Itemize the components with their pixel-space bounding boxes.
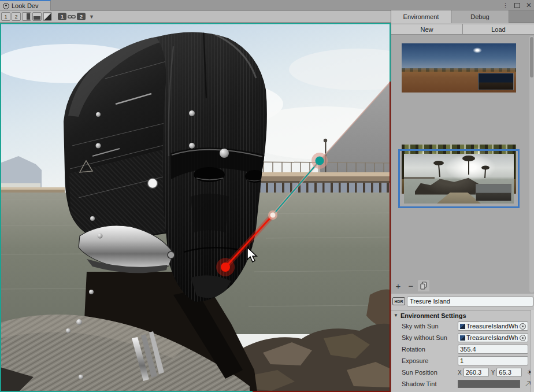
object-picker-icon[interactable] <box>520 323 526 330</box>
lookdev-eye-icon <box>3 3 9 9</box>
add-environment-button[interactable]: + <box>392 280 404 291</box>
object-picker-icon[interactable] <box>520 335 526 341</box>
sun-y-field[interactable]: 65.3 <box>496 368 522 377</box>
camera-1-badge[interactable]: 1 <box>58 13 66 20</box>
split-vertical-icon <box>27 13 30 20</box>
panel-actions: New Load <box>391 24 534 35</box>
duplicate-icon <box>420 282 427 290</box>
split-diagonal-icon <box>44 13 51 20</box>
thumbnail-desert-canyon[interactable] <box>402 43 516 93</box>
sky-with-sun-row: Sky with Sun TreasureIslandWh <box>391 320 534 332</box>
tab-debug[interactable]: Debug <box>451 10 509 23</box>
cubemap-icon <box>460 335 465 341</box>
kebab-menu-icon[interactable]: ⋮ <box>502 2 509 9</box>
tab-environment[interactable]: Environment <box>391 10 451 23</box>
gizmo-mid-handle[interactable] <box>270 213 276 218</box>
single-view-2-button[interactable]: 2 <box>12 12 21 21</box>
environment-settings: ▼ Environment Settings Sky with Sun Trea… <box>391 310 534 392</box>
shadow-sky-inset <box>476 184 511 201</box>
split-diagonal-button[interactable] <box>43 12 52 21</box>
sky-without-sun-row: Sky without Sun TreasureIslandWh <box>391 332 534 343</box>
exposure-field[interactable]: 1 <box>458 356 528 365</box>
sun-x-field[interactable]: 260.3 <box>463 368 489 377</box>
environment-panel: Environment Debug New Load <box>391 10 534 392</box>
gizmo-far-handle[interactable] <box>316 157 324 165</box>
load-button[interactable]: Load <box>463 24 534 35</box>
split-horizontal-icon <box>34 16 40 20</box>
sky-with-sun-field[interactable]: TreasureIslandWh <box>458 321 528 331</box>
remove-environment-button[interactable]: − <box>405 280 417 291</box>
close-icon[interactable]: ✕ <box>526 1 532 9</box>
panel-tabs: Environment Debug <box>391 10 534 23</box>
new-button[interactable]: New <box>391 24 463 35</box>
title-bar: Look Dev ⋮ ✕ <box>0 0 534 10</box>
tab-look-dev[interactable]: Look Dev <box>0 0 51 10</box>
list-scrollbar[interactable] <box>529 36 534 293</box>
list-scrollbar-thumb[interactable] <box>530 37 533 77</box>
cubemap-icon <box>460 324 465 329</box>
rotation-row: Rotation 355.4 <box>391 343 534 355</box>
list-toolbar: + − <box>392 280 429 291</box>
settings-header[interactable]: ▼ Environment Settings <box>391 310 534 320</box>
duplicate-environment-button[interactable] <box>418 280 429 291</box>
environment-name-row: HDR Tresure Island <box>392 295 533 307</box>
settings-scrollbar[interactable] <box>531 310 534 392</box>
shadow-sky-inset <box>478 73 514 90</box>
foldout-icon[interactable]: ▼ <box>394 313 398 318</box>
thumbnail-treasure-island-selected[interactable] <box>398 149 520 208</box>
hdr-badge: HDR <box>392 297 405 305</box>
settings-header-label: Environment Settings <box>400 312 466 319</box>
rotation-field[interactable]: 355.4 <box>458 345 528 354</box>
sun-position-row: Sun Position X 260.3 Y 65.3 ☀ <box>391 367 534 378</box>
hdri-list[interactable] <box>391 35 534 294</box>
split-horizontal-button[interactable] <box>32 12 42 21</box>
render-viewport[interactable] <box>0 23 391 392</box>
viewport-toolbar: 1 2 1 2 ▼ <box>0 11 391 23</box>
shadow-tint-swatch[interactable] <box>458 380 520 388</box>
window-title: Look Dev <box>12 2 38 9</box>
sky-without-sun-field[interactable]: TreasureIslandWh <box>458 333 528 342</box>
environment-name-field[interactable]: Tresure Island <box>407 297 533 306</box>
exposure-row: Exposure 1 <box>391 355 534 367</box>
camera-options-dropdown[interactable]: ▼ <box>87 14 97 20</box>
link-cameras-icon[interactable] <box>68 14 76 20</box>
gizmo-near-handle[interactable] <box>221 262 230 272</box>
shadow-tint-row: Shadow Tint 🡥 <box>391 378 534 390</box>
camera-2-badge[interactable]: 2 <box>77 13 86 20</box>
single-view-1-button[interactable]: 1 <box>1 12 10 21</box>
maximize-icon[interactable] <box>514 3 520 8</box>
split-vertical-button[interactable] <box>22 12 31 21</box>
lookdev-window: Look Dev ⋮ ✕ 1 2 1 2 ▼ <box>0 0 534 392</box>
